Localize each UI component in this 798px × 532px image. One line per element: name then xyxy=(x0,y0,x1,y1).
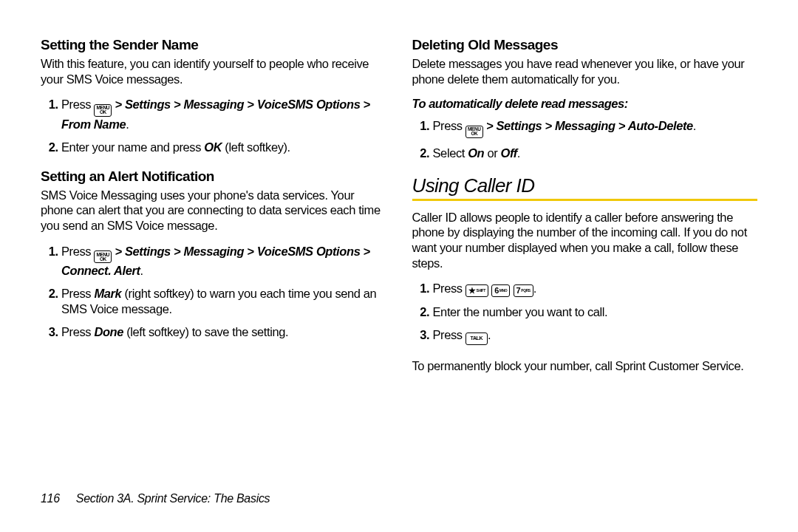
section-title-callerid: Using Caller ID xyxy=(412,174,758,201)
page-footer: 116Section 3A. Sprint Service: The Basic… xyxy=(41,492,270,505)
para-sender-intro: With this feature, you can identify your… xyxy=(41,56,386,86)
step: Press Done (left softkey) to save the se… xyxy=(61,324,386,340)
steps-auto-delete: Press MENUOK > Settings > Messaging > Au… xyxy=(412,118,758,160)
para-callerid-intro: Caller ID allows people to identify a ca… xyxy=(412,210,758,271)
menu-ok-icon: MENUOK xyxy=(94,104,112,117)
six-key-icon: 6MNO xyxy=(491,284,510,297)
star-key-icon: ★SHIFT xyxy=(466,284,488,297)
page-number: 116 xyxy=(41,492,60,505)
step: Enter the number you want to call. xyxy=(433,304,758,320)
para-delete-intro: Delete messages you have read whenever y… xyxy=(412,56,758,86)
para-alert-intro: SMS Voice Messaging uses your phone's da… xyxy=(41,188,386,233)
heading-sender-name: Setting the Sender Name xyxy=(41,37,386,53)
right-column: Deleting Old Messages Delete messages yo… xyxy=(412,37,758,384)
steps-sender: Press MENUOK > Settings > Messaging > Vo… xyxy=(41,97,386,155)
steps-callerid: Press ★SHIFT 6MNO 7PQRS. Enter the numbe… xyxy=(412,281,758,345)
seven-key-icon: 7PQRS xyxy=(514,284,533,297)
heading-delete-old: Deleting Old Messages xyxy=(412,37,758,53)
step: Enter your name and press OK (left softk… xyxy=(61,140,386,155)
step: Press MENUOK > Settings > Messaging > Vo… xyxy=(61,97,386,132)
step: Select On or Off. xyxy=(433,146,758,161)
talk-key-icon: TALK xyxy=(466,332,488,345)
step: Press MENUOK > Settings > Messaging > Au… xyxy=(433,118,758,137)
menu-ok-icon: MENUOK xyxy=(466,126,483,138)
step: Press Mark (right softkey) to warn you e… xyxy=(61,286,386,317)
step: Press ★SHIFT 6MNO 7PQRS. xyxy=(433,281,758,297)
left-column: Setting the Sender Name With this featur… xyxy=(41,37,386,384)
manual-page: Setting the Sender Name With this featur… xyxy=(0,0,798,406)
sub-auto-delete: To automatically delete read messages: xyxy=(412,97,758,111)
step: Press MENUOK > Settings > Messaging > Vo… xyxy=(61,244,386,279)
steps-alert: Press MENUOK > Settings > Messaging > Vo… xyxy=(41,244,386,341)
menu-ok-icon: MENUOK xyxy=(94,250,112,263)
heading-alert-notif: Setting an Alert Notification xyxy=(41,168,386,185)
step: Press TALK. xyxy=(433,327,758,345)
para-block-permanent: To permanently block your number, call S… xyxy=(412,358,758,374)
section-label: Section 3A. Sprint Service: The Basics xyxy=(76,492,270,505)
